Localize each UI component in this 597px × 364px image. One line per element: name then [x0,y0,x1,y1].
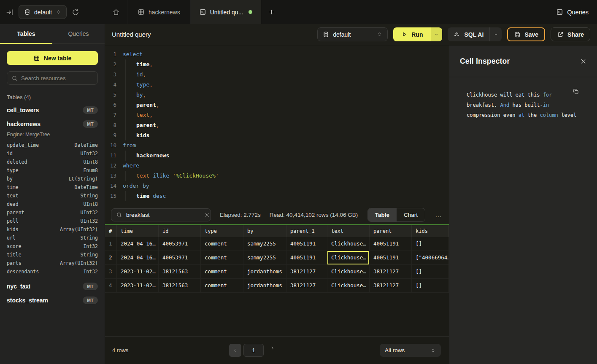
column-header-by[interactable]: by [243,225,286,237]
table-cell[interactable]: comment [201,265,243,278]
table-cell[interactable]: 40051191 [370,251,412,264]
column-header-num[interactable]: # [105,225,117,237]
share-button[interactable]: Share [551,27,590,41]
queries-button[interactable]: Queries [556,0,589,24]
table-row[interactable]: 42023-11-02…38121563commentjordanthoms38… [105,279,449,293]
tab-untitled-query[interactable]: Untitled qu... [190,0,262,24]
previous-page-button[interactable] [229,344,241,357]
table-cell[interactable]: jordanthoms [243,279,286,292]
table-cell[interactable]: sammy2255 [243,251,286,264]
column-type: UInt32 [80,217,98,225]
tab-home[interactable] [105,0,127,24]
selected-cell[interactable]: Clickhouse… [327,251,370,264]
toolbar-database-selector[interactable]: default [317,27,388,41]
query-title: Untitled query [112,31,151,38]
table-cell[interactable]: 40051191 [286,251,327,264]
table-cell[interactable]: 38121127 [286,279,327,292]
share-icon [557,31,564,38]
queries-icon [556,8,563,16]
more-options-icon[interactable]: … [434,213,443,217]
view-toggle-table[interactable]: Table [368,208,397,221]
table-row[interactable]: 32023-11-02…38121563commentjordanthoms38… [105,265,449,279]
copy-icon[interactable] [573,88,579,95]
new-tab-button[interactable] [261,0,282,24]
column-name: title [7,251,22,259]
table-cell[interactable]: 40051191 [370,237,412,251]
column-header-parent[interactable]: parent [370,225,412,237]
table-cell[interactable]: ["40066964… [412,251,449,264]
new-table-button[interactable]: New table [7,51,98,65]
column-row: descendantsInt32 [7,267,98,276]
table-cell[interactable]: 38121563 [159,279,201,292]
code-content: where [123,161,139,171]
refresh-icon[interactable] [72,8,79,16]
view-toggle-chart[interactable]: Chart [397,208,425,221]
table-cell[interactable]: 38121127 [370,265,412,278]
sidebar-table-hackernews[interactable]: hackernewsMT [0,117,105,131]
column-header-parent_1[interactable]: parent_1 [286,225,327,237]
table-cell[interactable]: jordanthoms [243,265,286,278]
table-cell[interactable]: [] [412,237,449,251]
topbar-database-selector[interactable]: default [19,5,67,19]
sidebar-tab-tables[interactable]: Tables [0,24,52,43]
engine-badge: MT [83,120,98,128]
sidebar-search-input[interactable] [21,75,96,81]
results-footer: 4 rows 1 All rows [105,336,449,364]
column-header-text[interactable]: text [327,225,370,237]
terminal-icon [199,8,206,16]
table-cell[interactable]: Clickhouse… [327,279,370,292]
table-cell[interactable]: 2024-04-16… [117,251,159,264]
code-content: select [123,49,143,59]
close-icon[interactable] [580,58,586,65]
page-size-selector[interactable]: All rows [380,344,441,357]
column-header-kids[interactable]: kids [412,225,449,237]
column-header-id[interactable]: id [159,225,201,237]
table-cell[interactable]: 40053971 [159,237,201,251]
clear-search-icon[interactable] [205,213,210,218]
column-header-type[interactable]: type [201,225,243,237]
run-button[interactable]: Run [393,27,431,41]
table-cell[interactable]: [] [412,265,449,278]
next-page-button[interactable] [270,345,275,351]
results-search-input[interactable] [126,212,201,218]
sidebar-tab-queries[interactable]: Queries [52,24,105,43]
table-cell[interactable]: 38121127 [370,279,412,292]
table-cell[interactable]: Clickhouse… [327,237,370,251]
chevron-right-icon [270,345,275,351]
table-cell[interactable]: 40051191 [286,237,327,251]
table-cell[interactable]: 2023-11-02… [117,279,159,292]
line-number: 12 [105,161,116,171]
code-line: 14order by [105,181,449,191]
table-cell[interactable]: 38121127 [286,265,327,278]
table-cell[interactable]: 40053971 [159,251,201,264]
sidebar-table-stocks_stream[interactable]: stocks_streamMT [0,293,105,307]
table-row[interactable]: 22024-04-16…40053971commentsammy22554005… [105,251,449,265]
table-cell[interactable]: comment [201,237,243,251]
sidebar-table-cell_towers[interactable]: cell_towersMT [0,103,105,117]
table-cell[interactable]: comment [201,279,243,292]
collapse-sidebar-icon[interactable] [6,8,14,16]
column-type: UInt8 [83,158,98,166]
sql-ai-button[interactable]: SQL AI [448,27,489,41]
table-cell[interactable]: sammy2255 [243,237,286,251]
table-cell[interactable]: 2024-04-16… [117,237,159,251]
code-content: kids [123,130,149,140]
sql-editor[interactable]: 1select2time,3id,4type,5by,6parent,7text… [105,46,449,205]
column-row: scoreInt32 [7,242,98,251]
sidebar-table-nyc_taxi[interactable]: nyc_taxiMT [0,279,105,293]
results-region: #timeidtypebyparent_1textparentkids 1202… [105,224,449,336]
table-cell[interactable]: comment [201,251,243,264]
sql-ai-options-button[interactable] [489,27,502,41]
run-options-button[interactable] [431,27,442,41]
table-cell[interactable]: Clickhouse… [327,265,370,278]
line-number: 8 [105,120,116,130]
tab-hackernews[interactable]: hackernews [127,0,190,24]
view-toggle: Table Chart [367,208,425,222]
table-cell[interactable]: [] [412,279,449,292]
table-cell[interactable]: 2023-11-02… [117,265,159,278]
table-row[interactable]: 12024-04-16…40053971commentsammy22554005… [105,237,449,251]
save-button[interactable]: Save [507,27,545,41]
table-cell[interactable]: 38121563 [159,265,201,278]
page-number-input[interactable]: 1 [243,344,264,357]
column-header-time[interactable]: time [117,225,159,237]
